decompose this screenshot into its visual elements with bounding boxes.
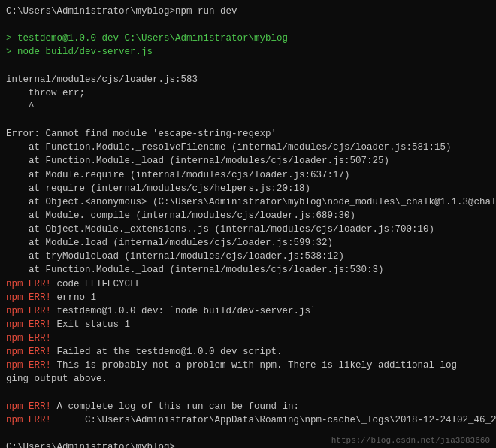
terminal-line: > node build/dev-server.js (6, 45, 490, 59)
terminal-line: throw err; (6, 86, 490, 100)
terminal-line: npm ERR! This is probably not a problem … (6, 359, 490, 372)
terminal-line: at Module.require (internal/modules/cjs/… (6, 168, 490, 182)
terminal-line: at Object.Module._extensions..js (intern… (6, 222, 490, 236)
terminal-line: at tryModuleLoad (internal/modules/cjs/l… (6, 250, 490, 263)
terminal-line: at Module._compile (internal/modules/cjs… (6, 209, 490, 222)
terminal-line: ^ (6, 100, 490, 114)
terminal-line: internal/modules/cjs/loader.js:583 (6, 73, 490, 86)
terminal-line: at Function.Module._resolveFilename (int… (6, 141, 490, 154)
terminal-line (6, 386, 490, 400)
terminal-line: ging output above. (6, 372, 490, 386)
terminal-line: npm ERR! Failed at the testdemo@1.0.0 de… (6, 345, 490, 359)
terminal-line: npm ERR! A complete log of this run can … (6, 400, 490, 413)
watermark: https://blog.csdn.net/jia3083660 (331, 436, 490, 445)
terminal-window: C:\Users\Administrator\myblog>npm run de… (0, 0, 496, 448)
terminal-line: npm ERR! testdemo@1.0.0 dev: `node build… (6, 304, 490, 318)
terminal-line: at require (internal/modules/cjs/helpers… (6, 182, 490, 195)
terminal-line: Error: Cannot find module 'escape-string… (6, 127, 490, 141)
terminal-line (6, 59, 490, 73)
terminal-line: npm ERR! C:\Users\Administrator\AppData\… (6, 413, 490, 427)
terminal-line: C:\Users\Administrator\myblog>npm run de… (6, 5, 490, 18)
terminal-line (6, 114, 490, 127)
terminal-line: at Object.<anonymous> (C:\Users\Administ… (6, 195, 490, 209)
terminal-line (6, 18, 490, 32)
terminal-line: npm ERR! (6, 331, 490, 345)
terminal-line: npm ERR! code ELIFECYCLE (6, 277, 490, 291)
terminal-line: npm ERR! Exit status 1 (6, 318, 490, 331)
terminal-line: at Module.load (internal/modules/cjs/loa… (6, 236, 490, 250)
terminal-line: npm ERR! errno 1 (6, 291, 490, 304)
terminal-line: > testdemo@1.0.0 dev C:\Users\Administra… (6, 32, 490, 45)
terminal-line: at Function.Module._load (internal/modul… (6, 154, 490, 168)
terminal-line: at Function.Module._load (internal/modul… (6, 263, 490, 277)
